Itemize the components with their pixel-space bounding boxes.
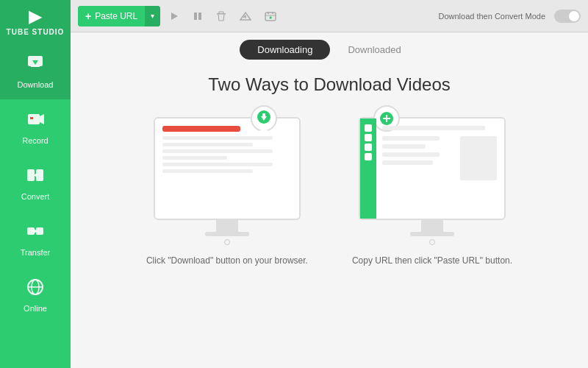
download-content: Two Ways to Download Videos xyxy=(71,60,588,368)
monitor-screen-2 xyxy=(359,117,506,220)
screen-line-4 xyxy=(162,156,227,160)
sidebar-dot-2 xyxy=(365,134,372,141)
monitor-2 xyxy=(359,117,506,245)
svg-marker-4 xyxy=(40,114,44,124)
image-block xyxy=(460,136,497,180)
monitor-dot-2 xyxy=(429,239,435,245)
text-lines xyxy=(382,136,454,180)
address-bar xyxy=(382,126,485,130)
sidebar-item-convert[interactable]: Convert xyxy=(0,155,71,211)
paste-url-main-btn[interactable]: + Paste URL xyxy=(78,6,145,26)
svg-rect-7 xyxy=(36,169,43,181)
delete-button[interactable] xyxy=(212,8,231,24)
app-logo: ▶ TUBE STUDIO xyxy=(0,0,71,43)
method-1-desc: Click "Download" button on your browser. xyxy=(146,254,308,267)
svg-rect-16 xyxy=(194,13,197,20)
transfer-icon xyxy=(26,222,45,245)
sidebar: ▶ TUBE STUDIO Download Record xyxy=(0,0,71,368)
content-block xyxy=(382,136,497,180)
paste-url-button[interactable]: + Paste URL ▾ xyxy=(78,6,160,26)
play-button[interactable] xyxy=(165,8,184,24)
sidebar-strip xyxy=(360,118,376,219)
record-icon xyxy=(26,110,45,133)
screen-red-bar xyxy=(162,126,240,132)
sidebar-item-transfer[interactable]: Transfer xyxy=(0,211,71,267)
schedule-button[interactable] xyxy=(260,8,281,24)
toolbar: + Paste URL ▾ xyxy=(71,0,588,32)
paste-url-label: Paste URL xyxy=(95,11,137,21)
svg-rect-31 xyxy=(262,113,265,117)
svg-rect-3 xyxy=(28,114,40,124)
online-icon xyxy=(26,277,45,301)
method-2: Copy URL then click "Paste URL" button. xyxy=(352,117,512,267)
sidebar-item-online[interactable]: Online xyxy=(0,267,71,323)
screen-line-5 xyxy=(162,163,273,166)
s2-line-3 xyxy=(382,152,440,157)
main-content: + Paste URL ▾ xyxy=(71,0,588,368)
screen-line-2 xyxy=(162,143,253,146)
convert-icon xyxy=(26,166,45,189)
screen-content-1 xyxy=(155,118,299,219)
sidebar-item-download[interactable]: Download xyxy=(0,43,71,99)
mode-toggle[interactable] xyxy=(554,10,581,23)
tabs-bar: Downloading Downloaded xyxy=(71,32,588,60)
monitor-stand-2 xyxy=(421,220,443,232)
screen-content-2 xyxy=(360,118,504,219)
speed-button[interactable] xyxy=(235,8,256,24)
sidebar-transfer-label: Transfer xyxy=(21,248,51,257)
screen-line-3 xyxy=(162,149,273,153)
monitor-1 xyxy=(154,117,301,245)
method-2-desc: Copy URL then click "Paste URL" button. xyxy=(352,254,512,267)
sidebar-online-label: Online xyxy=(24,304,47,313)
sidebar-download-label: Download xyxy=(18,80,54,89)
s2-line-2 xyxy=(382,144,426,149)
s2-line-4 xyxy=(382,160,433,165)
svg-rect-17 xyxy=(198,13,201,20)
pause-button[interactable] xyxy=(188,8,207,24)
monitor-base-2 xyxy=(410,232,454,236)
download-icon xyxy=(26,54,45,77)
monitor-base-1 xyxy=(205,232,249,236)
methods-container: Click "Download" button on your browser. xyxy=(146,117,512,267)
svg-marker-15 xyxy=(171,13,178,20)
sidebar-item-record[interactable]: Record xyxy=(0,99,71,155)
tab-downloaded[interactable]: Downloaded xyxy=(330,40,418,60)
screen-line-6 xyxy=(162,169,253,173)
monitor-stand-1 xyxy=(216,220,238,232)
paste-url-dropdown-btn[interactable]: ▾ xyxy=(145,6,160,26)
svg-rect-18 xyxy=(217,13,226,15)
logo-icon: ▶ xyxy=(29,7,42,26)
sidebar-dot-1 xyxy=(365,124,372,132)
svg-rect-10 xyxy=(36,227,43,235)
mode-label: Download then Convert Mode xyxy=(438,12,545,21)
sidebar-convert-label: Convert xyxy=(21,192,50,201)
screen-line-1 xyxy=(162,136,273,140)
svg-rect-2 xyxy=(31,66,40,67)
method-1: Click "Download" button on your browser. xyxy=(146,117,308,267)
content-title: Two Ways to Download Videos xyxy=(208,74,451,95)
svg-rect-6 xyxy=(27,169,35,181)
plus-icon: + xyxy=(85,10,91,22)
sidebar-dot-3 xyxy=(365,144,372,151)
tab-downloading[interactable]: Downloading xyxy=(240,40,330,60)
sidebar-dot-4 xyxy=(365,153,372,160)
monitor-screen-1 xyxy=(154,117,301,220)
monitor-dot-1 xyxy=(224,239,230,245)
app-title: TUBE STUDIO xyxy=(7,28,65,36)
s2-line-1 xyxy=(382,136,440,141)
sidebar-record-label: Record xyxy=(22,136,48,145)
svg-rect-5 xyxy=(30,117,33,119)
